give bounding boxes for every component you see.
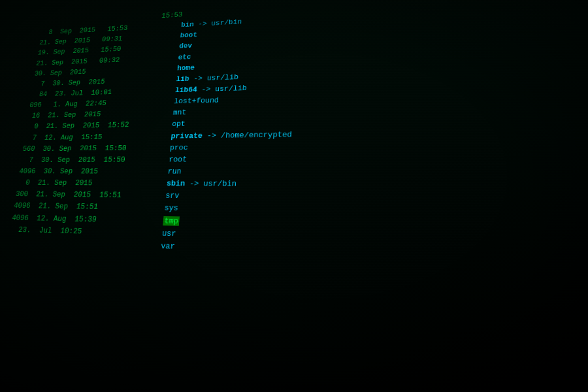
arrow-icon: -> [201,85,216,94]
file-name: sbin -> usr/bin [166,178,237,191]
file-name-text: boot [180,31,197,39]
file-name: lib64 -> usr/lib [174,83,247,97]
file-name: var [160,240,175,253]
link-target: /home/encrypted [221,130,293,140]
link-target: usr/bin [211,18,242,27]
link-target: usr/lib [206,73,238,82]
file-name: home [176,62,195,74]
file-name-text: bin [181,20,195,29]
file-name: run [167,166,182,178]
file-meta: 7 12. Aug 15:15 [20,131,171,144]
file-name: mnt [172,107,187,119]
file-name: root [169,154,188,165]
arrow-icon: -> [189,179,203,188]
file-name-text-highlighted: tmp [163,216,180,226]
file-name-text: run [167,167,182,176]
link-target: usr/lib [215,84,248,93]
file-name: srv [165,190,180,203]
file-name-text: private [171,131,203,140]
file-name-text: root [169,155,188,164]
file-name: tmp [163,215,180,228]
arrow-icon: -> [206,131,221,140]
file-name-text: usr [161,229,176,238]
file-name-text: dev [179,42,193,50]
file-name: private -> /home/encrypted [171,129,292,142]
file-name: opt [171,119,186,131]
file-name-text: proc [169,143,188,152]
file-name-text: home [177,63,195,73]
file-meta: 4096 30. Sep 2015 [14,166,168,178]
link-target: usr/bin [203,179,237,188]
file-name-text: srv [165,191,180,201]
file-name-text: lost+found [174,96,219,106]
file-name: usr [161,227,176,240]
file-name: sys [164,203,179,215]
file-meta: 0 21. Sep 2015 [12,177,167,190]
terminal-window: 15:53 8 Sep 2015 15:53 bin -> usr/bin 21… [0,0,588,392]
file-name: lost+found [174,95,220,107]
file-name: etc [178,52,191,63]
file-meta: 560 30. Sep 2015 15:50 [18,142,171,155]
file-name: dev [178,41,192,52]
arrow-icon: -> [193,74,207,82]
file-name-text: sbin [166,179,185,188]
file-name-text: opt [172,120,186,129]
file-name-text: etc [178,53,191,61]
file-name: boot [180,30,198,42]
file-name-text: mnt [172,108,186,117]
file-name: proc [169,142,188,154]
file-name-text: lib64 [174,86,197,95]
file-meta: 7 30. Sep 2015 15:50 [16,154,169,166]
terminal-content: 15:53 8 Sep 2015 15:53 bin -> usr/bin 21… [0,0,588,392]
file-name-text: var [161,241,176,251]
arrow-icon: -> [198,20,212,28]
file-name-text: lib [176,74,189,83]
file-name-text: sys [164,203,178,213]
